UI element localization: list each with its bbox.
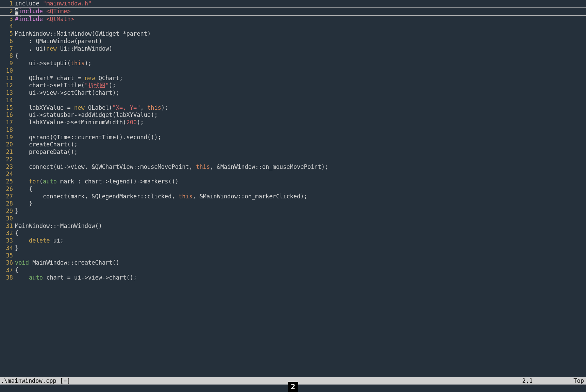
line-number: 34 [0, 245, 15, 252]
page-badge: 2 [288, 382, 298, 392]
code-line[interactable]: 9 ui->setupUi(this); [0, 60, 586, 67]
code-line[interactable]: 33 delete ui; [0, 237, 586, 245]
code-line[interactable]: 2#include <QTime> [0, 7, 586, 16]
code-content[interactable]: MainWindow::~MainWindow() [15, 222, 586, 230]
code-content[interactable]: } [15, 200, 586, 208]
code-line[interactable]: 6 : QMainWindow(parent) [0, 38, 586, 45]
code-content[interactable]: { [15, 185, 586, 193]
editor-area[interactable]: 1include "mainwindow.h"2#include <QTime>… [0, 0, 586, 377]
code-content[interactable]: ui->view->setChart(chart); [15, 89, 586, 97]
line-number: 36 [0, 259, 15, 267]
line-number: 14 [0, 97, 15, 104]
code-content[interactable]: ui->setupUi(this); [15, 60, 586, 67]
code-content[interactable]: } [15, 245, 586, 252]
code-line[interactable]: 10 [0, 67, 586, 75]
code-content[interactable] [15, 215, 586, 222]
code-content[interactable]: } [15, 208, 586, 215]
code-content[interactable]: createChart(); [15, 141, 586, 148]
code-content[interactable]: delete ui; [15, 237, 586, 245]
code-line[interactable]: 24 [0, 171, 586, 178]
code-content[interactable]: , ui(new Ui::MainWindow) [15, 45, 586, 53]
code-line[interactable]: 16 ui->statusbar->addWidget(labXYValue); [0, 111, 586, 119]
code-line[interactable]: 3#include <QtMath> [0, 16, 586, 23]
code-line[interactable]: 31MainWindow::~MainWindow() [0, 222, 586, 230]
code-line[interactable]: 17 labXYValue->setMinimumWidth(200); [0, 119, 586, 126]
code-content[interactable]: : QMainWindow(parent) [15, 38, 586, 45]
code-line[interactable]: 30 [0, 215, 586, 222]
code-content[interactable]: include "mainwindow.h" [15, 0, 586, 7]
code-line[interactable]: 14 [0, 97, 586, 104]
code-line[interactable]: 28 } [0, 200, 586, 208]
code-content[interactable] [15, 23, 586, 30]
code-content[interactable]: for(auto mark : chart->legend()->markers… [15, 178, 586, 185]
line-number: 26 [0, 185, 15, 193]
code-line[interactable]: 4 [0, 23, 586, 30]
code-content[interactable] [15, 171, 586, 178]
code-content[interactable]: auto chart = ui->view->chart(); [15, 274, 586, 282]
code-content[interactable] [15, 252, 586, 260]
code-line[interactable]: 11 QChart* chart = new QChart; [0, 75, 586, 82]
code-line[interactable]: 19 qsrand(QTime::currentTime().second())… [0, 134, 586, 141]
code-line[interactable]: 29} [0, 208, 586, 215]
code-content[interactable]: void MainWindow::createChart() [15, 259, 586, 267]
code-line[interactable]: 36void MainWindow::createChart() [0, 259, 586, 267]
line-number: 22 [0, 156, 15, 163]
code-content[interactable]: { [15, 267, 586, 274]
code-line[interactable]: 5MainWindow::MainWindow(QWidget *parent) [0, 30, 586, 38]
line-number: 17 [0, 119, 15, 126]
code-content[interactable]: qsrand(QTime::currentTime().second()); [15, 134, 586, 141]
line-number: 8 [0, 52, 15, 60]
line-number: 32 [0, 230, 15, 237]
code-content[interactable]: connect(ui->view, &QWChartView::mouseMov… [15, 163, 586, 171]
line-number: 20 [0, 141, 15, 148]
code-line[interactable]: 25 for(auto mark : chart->legend()->mark… [0, 178, 586, 185]
line-number: 9 [0, 60, 15, 67]
line-number: 4 [0, 23, 15, 30]
code-content[interactable]: #include <QtMath> [15, 16, 586, 23]
code-content[interactable]: chart->setTitle("折线图"); [15, 82, 586, 89]
line-number: 12 [0, 82, 15, 89]
code-line[interactable]: 20 createChart(); [0, 141, 586, 148]
code-line[interactable]: 21 prepareData(); [0, 148, 586, 156]
code-line[interactable]: 23 connect(ui->view, &QWChartView::mouse… [0, 163, 586, 171]
code-line[interactable]: 22 [0, 156, 586, 163]
code-line[interactable]: 7 , ui(new Ui::MainWindow) [0, 45, 586, 53]
line-number: 28 [0, 200, 15, 208]
code-line[interactable]: 27 connect(mark, &QLegendMarker::clicked… [0, 193, 586, 200]
command-line[interactable]: 1 line less; after #5 14:48:25 2 [0, 385, 586, 392]
code-content[interactable]: ui->statusbar->addWidget(labXYValue); [15, 111, 586, 119]
code-content[interactable]: #include <QTime> [15, 8, 586, 15]
code-content[interactable]: { [15, 230, 586, 237]
code-content[interactable]: prepareData(); [15, 148, 586, 156]
code-content[interactable]: MainWindow::MainWindow(QWidget *parent) [15, 30, 586, 38]
code-content[interactable]: labXYValue = new QLabel("X=, Y=", this); [15, 104, 586, 112]
line-number: 24 [0, 171, 15, 178]
code-line[interactable]: 32{ [0, 230, 586, 237]
line-number: 2 [0, 8, 15, 15]
code-line[interactable]: 1include "mainwindow.h" [0, 0, 586, 7]
code-line[interactable]: 12 chart->setTitle("折线图"); [0, 82, 586, 89]
line-number: 33 [0, 237, 15, 245]
code-content[interactable]: labXYValue->setMinimumWidth(200); [15, 119, 586, 126]
code-content[interactable] [15, 97, 586, 104]
code-line[interactable]: 35 [0, 252, 586, 260]
code-content[interactable] [15, 126, 586, 134]
code-line[interactable]: 34} [0, 245, 586, 252]
code-content[interactable]: QChart* chart = new QChart; [15, 75, 586, 82]
code-content[interactable] [15, 67, 586, 75]
line-number: 35 [0, 252, 15, 260]
line-number: 10 [0, 67, 15, 75]
line-number: 13 [0, 89, 15, 97]
line-number: 3 [0, 16, 15, 23]
code-content[interactable]: { [15, 52, 586, 60]
code-content[interactable] [15, 156, 586, 163]
code-line[interactable]: 13 ui->view->setChart(chart); [0, 89, 586, 97]
code-line[interactable]: 15 labXYValue = new QLabel("X=, Y=", thi… [0, 104, 586, 112]
code-line[interactable]: 37{ [0, 267, 586, 274]
code-line[interactable]: 26 { [0, 185, 586, 193]
code-content[interactable]: connect(mark, &QLegendMarker::clicked, t… [15, 193, 586, 200]
line-number: 7 [0, 45, 15, 53]
code-line[interactable]: 18 [0, 126, 586, 134]
code-line[interactable]: 38 auto chart = ui->view->chart(); [0, 274, 586, 282]
code-line[interactable]: 8{ [0, 52, 586, 60]
